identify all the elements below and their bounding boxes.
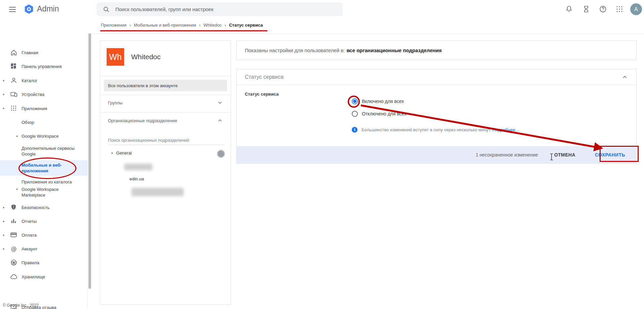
sidebar-item-google-workspace[interactable]: ▸ Google Workspace — [0, 132, 87, 140]
radio-selected-icon[interactable] — [352, 98, 358, 104]
sidebar-item-devices[interactable]: ▸ Устройства — [0, 90, 87, 99]
sidebar-item-rules[interactable]: Правила — [0, 258, 87, 267]
org-unit-menu-dot[interactable] — [217, 150, 225, 158]
service-status-card-header[interactable]: Статус сервиса — [237, 69, 636, 85]
search-icon — [103, 6, 110, 13]
sidebar-item-label: Обзор — [22, 119, 84, 125]
learn-more-link[interactable]: Подробнее... — [492, 127, 519, 132]
apps-grid-icon[interactable] — [615, 5, 623, 13]
card-title: Статус сервиса — [245, 74, 283, 80]
sidebar-item-label: Дополнительные сервисы Google — [22, 145, 80, 157]
app-icon-initials: Wh — [109, 52, 122, 62]
sidebar-item-directory[interactable]: ▸ Каталог — [0, 76, 87, 85]
info-note: i Большинство изменений вступят в силу ч… — [352, 127, 519, 133]
setting-label: Статус сервиса — [245, 92, 278, 97]
help-icon[interactable] — [599, 5, 607, 13]
sidebar-item-workspace-marketplace[interactable]: ▸ Google Workspace Marketplace — [0, 185, 87, 200]
breadcrumb-separator: › — [129, 23, 131, 28]
org-units-label: Организационные подразделения — [108, 118, 177, 123]
sidebar-item-reports[interactable]: ▸ Отчеты — [0, 217, 87, 226]
divider — [100, 76, 231, 76]
devices-icon — [10, 91, 17, 98]
expand-right-icon: ▸ — [3, 79, 5, 82]
all-users-scope-item[interactable]: Все пользователи в этом аккаунте — [104, 80, 227, 91]
scope-value: все организационные подразделения — [347, 47, 442, 53]
unsaved-changes-text: 1 несохраненное изменение — [476, 152, 538, 158]
sidebar-item-additional-google-services[interactable]: Дополнительные сервисы Google — [0, 144, 87, 159]
org-units-section-toggle[interactable]: Организационные подразделения — [108, 117, 223, 124]
org-units-search-input[interactable] — [108, 136, 224, 145]
sidebar-item-label: Google Workspace — [22, 133, 84, 139]
home-icon — [10, 49, 17, 56]
search-input[interactable] — [115, 6, 325, 12]
org-unit-label: General — [116, 150, 132, 156]
radio-option-disabled[interactable]: Отключено для всех — [352, 111, 407, 117]
sidebar-scrollbar[interactable] — [88, 21, 91, 289]
groups-label: Группы — [108, 100, 122, 105]
scope-prefix: Показаны настройки для пользователей в: — [245, 47, 345, 53]
avatar[interactable]: A — [630, 3, 642, 15]
sidebar-nav: Главная Панель управления ▸ Каталог ▸ Ус… — [0, 19, 88, 309]
expand-right-icon: ▸ — [3, 247, 5, 250]
sidebar-item-web-mobile-apps[interactable]: Мобильные и веб-приложения — [0, 160, 87, 176]
redacted-org-unit — [131, 188, 184, 196]
expand-right-icon: ▸ — [3, 219, 5, 223]
collapse-chevron-up-icon[interactable] — [621, 74, 628, 80]
sidebar-item-billing[interactable]: ▸ Оплата — [0, 231, 87, 239]
save-button[interactable]: СОХРАНИТЬ — [593, 152, 627, 158]
menu-icon[interactable] — [8, 5, 17, 14]
sidebar-item-label: Оплата — [22, 232, 84, 238]
tasks-hourglass-icon[interactable] — [582, 5, 590, 13]
divider — [100, 112, 231, 113]
copyright-footer: © Google Inc., 2022 — [3, 303, 39, 308]
sidebar-item-label: Аккаунт — [22, 246, 84, 252]
breadcrumb-item-apps[interactable]: Приложения — [101, 23, 126, 28]
bar-chart-icon — [10, 217, 17, 225]
sidebar-item-account[interactable]: ▸ Аккаунт — [0, 244, 87, 253]
expand-right-icon: ▸ — [3, 233, 5, 237]
expand-right-icon: ▸ — [16, 134, 18, 138]
sidebar-item-label: Безопасность — [22, 205, 84, 210]
sidebar-item-label: Отчеты — [22, 218, 84, 224]
sidebar-item-security[interactable]: ▸ Безопасность — [0, 203, 87, 212]
cancel-button[interactable]: ОТМЕНА — [552, 152, 577, 158]
radio-unselected-icon[interactable] — [352, 111, 358, 117]
sidebar-item-apps[interactable]: ▾ Приложения — [0, 104, 87, 113]
breadcrumb-separator: › — [225, 23, 226, 28]
breadcrumb-item-service-status: Статус сервиса — [229, 23, 263, 28]
app-scope-panel: Wh Whitedoc Все пользователи в этом акка… — [100, 40, 231, 305]
breadcrumb-item-whitedoc[interactable]: Whitedoc — [203, 23, 222, 28]
org-unit-edin-ua[interactable]: edin.ua — [129, 176, 144, 181]
groups-section-toggle[interactable]: Группы — [108, 100, 223, 106]
at-sign-icon — [10, 245, 17, 252]
expand-right-icon: ▸ — [16, 187, 18, 191]
settings-scope-card: Показаны настройки для пользователей в: … — [236, 40, 637, 60]
app-name: Whitedoc — [131, 53, 161, 61]
radio-option-enabled[interactable]: Включено для всех — [352, 98, 404, 104]
admin-logo-icon — [24, 4, 34, 14]
top-bar: Admin A — [0, 0, 644, 19]
expand-right-icon: ▸ — [3, 206, 5, 209]
info-text: Большинство изменений вступят в силу чер… — [362, 127, 491, 132]
sidebar-item-storage[interactable]: Хранилище — [0, 272, 87, 281]
dashboard-icon — [10, 63, 17, 70]
app-title: Admin — [37, 4, 59, 13]
redacted-org-unit — [124, 164, 152, 170]
sidebar-item-home[interactable]: Главная — [0, 48, 87, 57]
notifications-bell-icon[interactable] — [565, 5, 573, 13]
info-icon: i — [352, 127, 357, 133]
expand-down-icon: ▾ — [3, 107, 4, 110]
breadcrumb: Приложения › Мобильные и веб-приложения … — [101, 23, 263, 28]
org-unit-root-general[interactable]: ▾ General — [111, 150, 132, 156]
service-status-card: Статус сервиса Статус сервиса Включено д… — [236, 69, 637, 163]
admin-console-page: Admin A Главная Панель управления ▸ Ката… — [0, 0, 644, 309]
sidebar-item-dashboard[interactable]: Панель управления — [0, 62, 87, 71]
sidebar-item-label: Главная — [22, 50, 84, 56]
whitedoc-app-icon: Wh — [107, 48, 124, 66]
chevron-down-icon — [217, 100, 223, 106]
sidebar-item-label: Приложения — [22, 106, 84, 111]
sidebar-item-overview[interactable]: Обзор — [0, 118, 87, 127]
global-search[interactable] — [97, 2, 343, 16]
collapse-down-icon: ▾ — [111, 151, 113, 155]
breadcrumb-item-web-mobile-apps[interactable]: Мобильные и веб-приложения — [134, 23, 196, 28]
